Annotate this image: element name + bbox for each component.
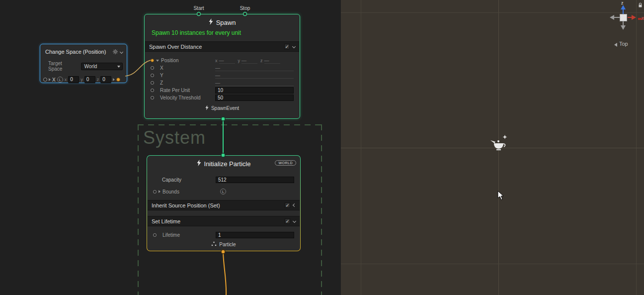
view-mode-arrow-icon[interactable]: [614, 43, 617, 47]
lifetime-enabled-checkbox[interactable]: ✓: [285, 218, 290, 224]
target-space-dropdown[interactable]: World: [81, 63, 123, 70]
change-space-node[interactable]: Change Space (Position) Target Space Wor…: [40, 44, 127, 83]
view-mode-label[interactable]: Top: [619, 41, 628, 47]
target-space-value: World: [84, 64, 97, 69]
gizmo-center-cube[interactable]: [620, 14, 627, 21]
y-port[interactable]: [151, 74, 154, 77]
lifetime-field[interactable]: 1: [216, 232, 294, 238]
velocity-threshold-label: Velocity Threshold: [160, 95, 201, 100]
set-lifetime-title: Set Lifetime: [152, 218, 282, 224]
y-row-field: —: [215, 73, 294, 79]
expand-triangle-icon[interactable]: [49, 78, 51, 81]
z-row: Z —: [146, 79, 299, 87]
block-enabled-checkbox[interactable]: ✓: [284, 44, 290, 49]
inherit-source-position-block[interactable]: Inherit Source Position (Set) ✓: [148, 200, 300, 210]
x-row-field: —: [215, 65, 294, 71]
vfx-object-icon[interactable]: [490, 134, 510, 154]
rate-per-unit-port[interactable]: [151, 89, 154, 92]
system-group-label: System: [143, 127, 206, 148]
velocity-threshold-field[interactable]: 50: [215, 95, 294, 101]
scene-view[interactable]: z x Top: [341, 0, 644, 295]
z-value-field[interactable]: 0: [100, 76, 111, 83]
bounds-space-toggle-icon[interactable]: L: [220, 189, 226, 195]
space-toggle-icon[interactable]: L: [57, 77, 63, 83]
system-group-border-left[interactable]: [138, 124, 139, 295]
gizmo-left-stem: [614, 17, 620, 18]
spawn-start-label: Start: [188, 5, 210, 11]
change-space-output-port[interactable]: [116, 78, 120, 82]
lifetime-row: Lifetime 1: [148, 231, 299, 239]
bounds-label: Bounds: [162, 189, 179, 195]
capacity-label: Capacity: [162, 177, 181, 183]
spawn-bolt-icon: [209, 18, 213, 26]
lifetime-port[interactable]: [153, 233, 157, 237]
velocity-threshold-port[interactable]: [151, 96, 154, 99]
graph-canvas[interactable]: System Start Stop Change Space (Position…: [0, 0, 341, 295]
grid-line: [341, 12, 644, 13]
y-value-field[interactable]: 0: [84, 76, 95, 83]
x-row: X —: [146, 64, 299, 72]
lock-icon[interactable]: [638, 1, 643, 10]
lifetime-collapse-chevron-icon[interactable]: [293, 219, 296, 223]
pos-y-label: y: [238, 58, 241, 63]
capacity-field[interactable]: 512: [216, 177, 294, 183]
position-port[interactable]: [151, 59, 154, 62]
rate-per-unit-row: Rate Per Unit 10: [146, 87, 299, 94]
change-space-title: Change Space (Position): [45, 49, 110, 55]
gizmo-x-axis[interactable]: [632, 15, 636, 20]
input-x-label: X: [52, 77, 56, 83]
bounds-port[interactable]: [153, 190, 157, 194]
change-space-input-port[interactable]: [43, 78, 47, 82]
gizmo-left-axis[interactable]: [610, 15, 614, 20]
spawn-output-row: SpawnEvent: [145, 105, 300, 111]
spawn-over-distance-title: Spawn Over Distance: [149, 44, 281, 50]
x-component-label: x: [65, 77, 67, 82]
spawnevent-label: SpawnEvent: [211, 105, 239, 111]
edge-initialize-to-update[interactable]: [223, 252, 226, 295]
rate-per-unit-field[interactable]: 10: [215, 87, 294, 94]
particle-output-row: Particle: [147, 241, 300, 247]
spawn-context-node[interactable]: Spawn Spawn 10 instances for every unit …: [144, 14, 300, 119]
inherit-source-position-title: Inherit Source Position (Set): [152, 202, 282, 208]
set-lifetime-block[interactable]: Set Lifetime ✓: [148, 216, 300, 226]
spawn-title-row: Spawn: [145, 16, 300, 28]
gizmo-z-axis[interactable]: [621, 5, 626, 9]
x-port[interactable]: [151, 66, 154, 70]
system-group-border-top[interactable]: [138, 124, 322, 125]
x-value-field[interactable]: 0: [68, 76, 79, 83]
bounds-expand-icon[interactable]: [159, 190, 161, 193]
target-space-label: Target Space: [48, 61, 77, 72]
block-collapse-chevron-icon[interactable]: [292, 45, 296, 48]
output-triangle-icon: [113, 78, 115, 81]
capacity-row: Capacity 512: [148, 176, 299, 184]
lifetime-label: Lifetime: [162, 232, 180, 238]
y-row: Y —: [146, 72, 299, 79]
spawnevent-bolt-icon: [205, 105, 209, 111]
gizmo-x-stem: [628, 17, 632, 18]
system-group-border-right[interactable]: [321, 124, 322, 295]
initialize-particle-node[interactable]: Initialize Particle WORLD Capacity 512 B…: [147, 155, 301, 251]
gizmo-down-stem: [623, 21, 624, 25]
gizmo-down-axis[interactable]: [621, 25, 626, 30]
pos-z-field: —: [264, 58, 280, 64]
z-port[interactable]: [151, 81, 154, 85]
velocity-threshold-row: Velocity Threshold 50: [146, 94, 299, 101]
position-expand-icon[interactable]: [156, 60, 159, 62]
spawn-over-distance-block[interactable]: Spawn Over Distance ✓: [145, 41, 299, 52]
bounds-row: Bounds L: [148, 188, 299, 196]
particle-icon: [211, 241, 217, 247]
particle-label: Particle: [219, 242, 236, 247]
inherit-enabled-checkbox[interactable]: ✓: [285, 202, 290, 208]
collapse-chevron-icon[interactable]: [120, 50, 123, 53]
pos-z-label: z: [260, 58, 263, 63]
settings-gear-icon[interactable]: [113, 47, 118, 56]
pos-y-field: —: [242, 58, 257, 64]
y-component-label: y: [80, 77, 83, 82]
grid-line: [341, 264, 644, 264]
inherit-collapse-chevron-icon[interactable]: [293, 203, 296, 207]
spawn-subtitle: Spawn 10 instances for every unit: [152, 29, 241, 36]
rate-per-unit-label: Rate Per Unit: [160, 88, 190, 93]
z-row-label: Z: [160, 80, 163, 86]
world-space-badge[interactable]: WORLD: [275, 160, 296, 166]
initialize-bolt-icon: [197, 160, 201, 168]
